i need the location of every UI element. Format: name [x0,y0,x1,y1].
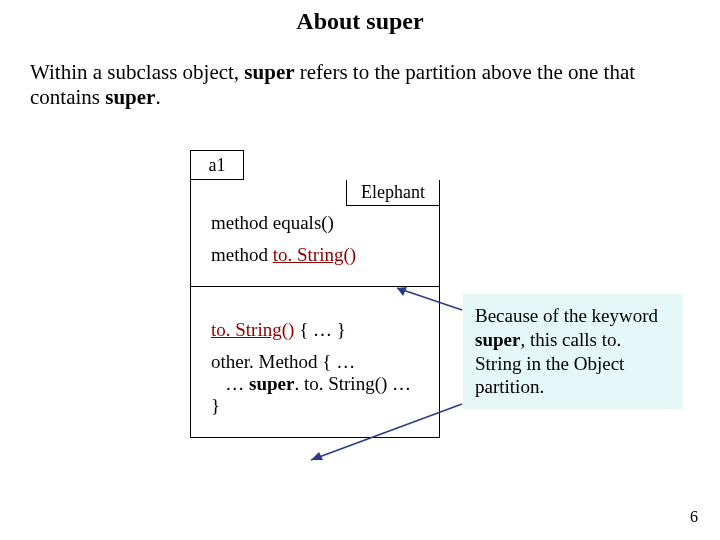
callout-pre: Because of the keyword [475,305,658,326]
super-keyword: super [249,373,294,394]
slide-title: About super [0,8,720,35]
intro-pre: Within a subclass object, [30,60,244,84]
elephant-tostring-link: to. String() [211,319,294,340]
intro-kw1: super [244,60,294,84]
other-method-rest: . to. String() … [294,373,411,394]
other-method-indent: … [211,373,249,394]
callout-box: Because of the keyword super, this calls… [463,294,683,409]
elephant-other-method: other. Method { … … super. to. String() … [211,351,429,417]
callout-kw: super [475,329,520,350]
intro-kw2: super [105,85,155,109]
object-diagram: a1 Object method equals() method to. Str… [190,150,440,438]
object-method-tostring-link: to. String() [273,244,356,265]
other-method-line2: … super. to. String() … [211,373,429,395]
other-method-line1: other. Method { … [211,351,429,373]
elephant-class-label: Elephant [346,180,439,206]
page-number: 6 [690,508,698,526]
intro-post: . [155,85,160,109]
svg-marker-3 [311,452,323,460]
object-method-tostring-pre: method [211,244,273,265]
other-method-close: } [211,395,429,417]
object-method-equals: method equals() [211,212,429,234]
a1-label: a1 [190,150,244,180]
elephant-tostring-post: { … } [294,319,346,340]
elephant-partition: Elephant to. String() { … } other. Metho… [191,286,439,437]
object-box: Object method equals() method to. String… [190,180,440,438]
object-method-tostring: method to. String() [211,244,429,266]
elephant-method-tostring: to. String() { … } [211,319,429,341]
intro-text: Within a subclass object, super refers t… [30,60,690,110]
